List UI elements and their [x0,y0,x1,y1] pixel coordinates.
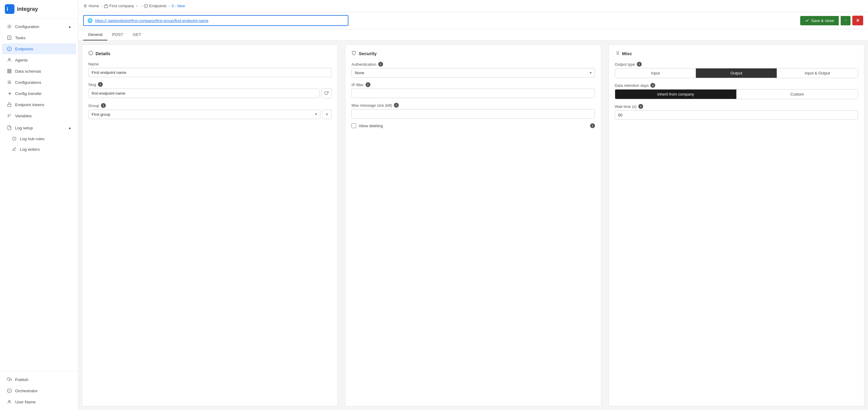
output-type-info-icon[interactable]: i [637,62,642,67]
ip-filter-field: IP filter i [351,82,595,98]
sidebar-item-endpoints[interactable]: Endpoints [2,43,76,54]
name-field: Name [88,62,332,77]
refresh-icon [324,91,329,95]
sidebar-item-label: Agents [15,58,28,62]
logo-icon: i [5,4,14,14]
toggle-inherit-button[interactable]: Inherit from company [615,90,737,99]
misc-icon [615,51,620,56]
data-retention-label: Data retention days i [615,83,858,88]
group-add-button[interactable]: + [322,110,332,119]
tab-general[interactable]: General [83,29,107,40]
misc-panel-title: Misc [615,51,858,56]
sidebar-item-endpoint-tokens[interactable]: Endpoint tokens [2,99,76,110]
log-setup-icon [7,125,12,130]
sidebar-item-configuration[interactable]: Configuration ▲ [2,21,76,32]
orchestrator-icon [7,388,12,393]
toggle-custom-button[interactable]: Custom [737,90,858,99]
slug-refresh-button[interactable] [321,88,332,98]
sidebar-item-agents[interactable]: Agents [2,55,76,65]
sidebar-item-label: Variables [15,114,32,118]
wait-time-field: Wait time (s) i [615,104,858,120]
sidebar-sub-item-label: Log hub rules [20,137,44,141]
sidebar-item-label: Config transfer [15,91,42,96]
chevron-up-icon: ▲ [68,25,71,28]
auth-info-icon[interactable]: i [378,62,383,67]
sidebar-item-label: Endpoints [15,47,33,51]
allow-deleting-info-icon[interactable]: i [590,123,595,128]
output-type-toggle-group: Input Output Input & Output [615,68,858,78]
tasks-icon [7,35,12,40]
breadcrumb-home[interactable]: Home [83,4,99,8]
wait-time-input[interactable] [615,110,858,120]
toggle-output-button[interactable]: Output [696,68,777,78]
dropdown-chevron-icon [844,19,847,22]
toggle-input-output-button[interactable]: Input & Output [777,68,858,78]
auth-field: Authentication i None ▼ [351,62,595,78]
svg-rect-6 [7,69,11,70]
tab-get[interactable]: GET [128,29,146,40]
sidebar-item-label: Configurations [15,80,41,85]
svg-text:i: i [7,6,8,12]
auth-select[interactable]: None [351,68,595,78]
sidebar-item-data-schemas[interactable]: Data schemas [2,66,76,77]
breadcrumb-current: 0 - New [172,4,185,8]
name-label: Name [88,62,332,66]
ip-filter-input[interactable] [351,89,595,98]
details-panel: Details Name Slug i [82,44,338,406]
details-panel-title: Details [88,51,332,56]
slug-info-icon[interactable]: i [98,82,103,87]
main-content: Home › First company › Endpoints › 0 - N… [79,0,868,410]
sidebar-nav: Configuration ▲ Tasks Endpoints [0,19,78,371]
save-close-button[interactable]: Save & close [800,16,839,25]
logo-text: integray [17,6,38,12]
url-bar-wrapper: 🌐 https:// /api/endpoint/first-company/f… [79,12,868,29]
slug-label: Slug i [88,82,332,87]
ip-filter-label: IP filter i [351,82,595,87]
misc-panel: Misc Output type i Input Output Input & … [609,44,864,406]
sidebar-item-config-transfer[interactable]: Config transfer [2,88,76,99]
breadcrumb-company[interactable]: First company [104,4,139,8]
svg-rect-0 [5,4,14,14]
svg-rect-9 [7,104,11,107]
group-select-wrapper: First group ▼ [88,110,320,119]
configuration-icon [7,24,12,29]
wait-time-info-icon[interactable]: i [638,104,643,109]
wait-time-label: Wait time (s) i [615,104,858,109]
sidebar-item-variables[interactable]: Variables [2,110,76,121]
sidebar-item-publish[interactable]: Publish [2,374,76,385]
allow-deleting-checkbox[interactable] [351,123,356,128]
group-label: Group i [88,103,332,108]
url-bar: 🌐 https:// /api/endpoint/first-company/f… [83,15,348,26]
ip-filter-info-icon[interactable]: i [366,82,370,87]
tab-post[interactable]: POST [107,29,128,40]
allow-deleting-label[interactable]: Allow deleting [359,124,383,128]
sidebar-item-configurations[interactable]: Configurations [2,77,76,88]
sidebar-item-log-setup[interactable]: Log setup ▲ [2,122,76,133]
max-message-input[interactable] [351,109,595,118]
sidebar-item-log-hub-rules[interactable]: Log hub rules [2,134,76,144]
chevron-down-icon [135,4,139,8]
toggle-input-button[interactable]: Input [615,68,696,78]
group-select[interactable]: First group [88,110,320,119]
endpoints-icon [7,46,12,52]
data-retention-info-icon[interactable]: i [650,83,655,88]
sidebar-item-label: Endpoint tokens [15,102,44,107]
close-button[interactable]: ✕ [852,16,863,25]
max-message-info-icon[interactable]: i [394,103,399,108]
sidebar: i integray Configuration ▲ Tasks [0,0,79,410]
log-writers-icon [11,147,17,152]
max-message-field: Max message size (kB) i [351,103,595,118]
save-dropdown-button[interactable] [841,16,850,25]
home-icon [83,4,87,8]
sidebar-item-orchestrator[interactable]: Orchestrator [2,385,76,396]
sidebar-item-user[interactable]: User Name [2,397,76,407]
sidebar-item-log-writers[interactable]: Log writers [2,144,76,154]
sidebar-item-tasks[interactable]: Tasks [2,32,76,43]
breadcrumb-sep-1: › [101,4,102,8]
nav-section-log-setup: Log setup ▲ Log hub rules Log writers [0,122,78,154]
name-input[interactable] [88,68,332,77]
breadcrumb-section: Endpoints [144,4,167,8]
group-info-icon[interactable]: i [101,103,106,108]
tabs-bar: General POST GET [79,29,868,41]
slug-input[interactable] [88,89,319,98]
